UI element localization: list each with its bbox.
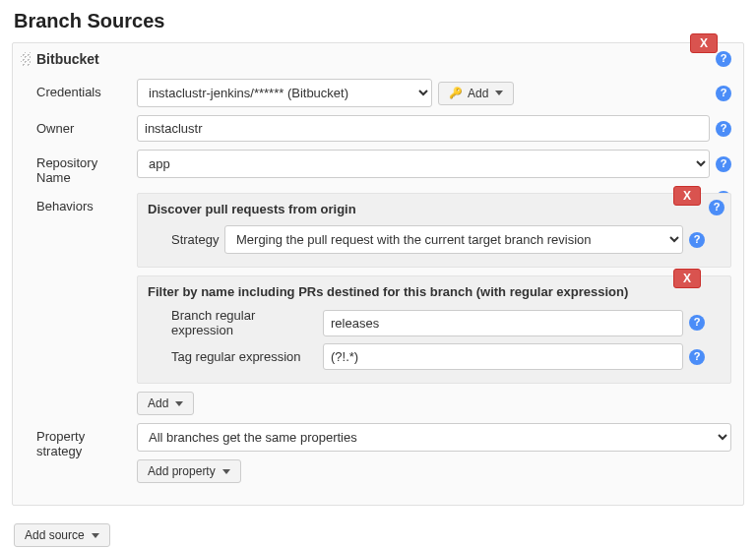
help-icon[interactable]: ? [689,232,705,248]
property-strategy-select[interactable]: All branches get the same properties [137,423,731,452]
branch-source-panel: X Bitbucket ? Credentials instaclustr-je… [12,42,744,506]
repo-row: Repository Name app ? [19,146,735,189]
behavior-box: X ? Discover pull requests from origin S… [137,193,731,268]
tag-regex-label: Tag regular expression [148,349,315,364]
key-icon: 🔑 [449,87,463,99]
source-header: Bitbucket ? [19,49,735,75]
chevron-down-icon [222,469,230,474]
help-icon[interactable]: ? [689,349,705,365]
add-property-button[interactable]: Add property [137,459,241,483]
behaviors-label: Behaviors [19,193,137,213]
behavior-title: Filter by name including PRs destined fo… [148,284,705,299]
branch-regex-label: Branch regular expression [148,308,315,337]
help-icon[interactable]: ? [716,51,731,67]
help-icon[interactable]: ? [689,315,705,331]
drag-handle-icon[interactable] [21,52,31,66]
chevron-down-icon [92,533,99,538]
help-icon[interactable]: ? [709,200,724,215]
repo-select[interactable]: app [137,150,710,178]
credentials-label: Credentials [19,79,137,99]
owner-label: Owner [19,115,137,136]
source-title: Bitbucket [36,51,99,67]
section-title: Branch Sources [14,10,744,32]
help-icon[interactable]: ? [716,156,731,172]
chevron-down-icon [175,401,183,406]
tag-regex-input[interactable] [323,343,683,370]
behavior-title: Discover pull requests from origin [148,202,705,216]
credentials-select[interactable]: instaclustr-jenkins/****** (Bitbucket) [137,79,432,107]
property-strategy-row: Property strategy All branches get the s… [19,419,735,487]
add-behavior-label: Add [148,396,168,410]
behaviors-row: Behaviors ? X ? Discover pull requests f… [19,189,735,419]
credentials-row: Credentials instaclustr-jenkins/****** (… [19,75,735,111]
owner-row: Owner ? [19,111,735,146]
delete-behavior-button[interactable]: X [673,186,701,206]
property-strategy-label: Property strategy [19,423,137,458]
add-property-label: Add property [148,464,216,478]
strategy-label: Strategy [148,232,217,247]
add-behavior-button[interactable]: Add [137,392,194,415]
help-icon[interactable]: ? [716,121,731,137]
add-source-button[interactable]: Add source [14,523,110,547]
owner-input[interactable] [137,115,710,142]
add-source-label: Add source [25,528,85,542]
add-credentials-label: Add [468,87,488,100]
chevron-down-icon [495,91,503,95]
delete-behavior-button[interactable]: X [673,269,701,288]
help-icon[interactable]: ? [716,86,731,101]
add-credentials-button[interactable]: 🔑 Add [438,82,514,105]
branch-regex-input[interactable] [323,310,683,336]
behavior-box: X Filter by name including PRs destined … [137,275,731,384]
repo-label: Repository Name [19,150,137,185]
strategy-select[interactable]: Merging the pull request with the curren… [224,225,683,254]
